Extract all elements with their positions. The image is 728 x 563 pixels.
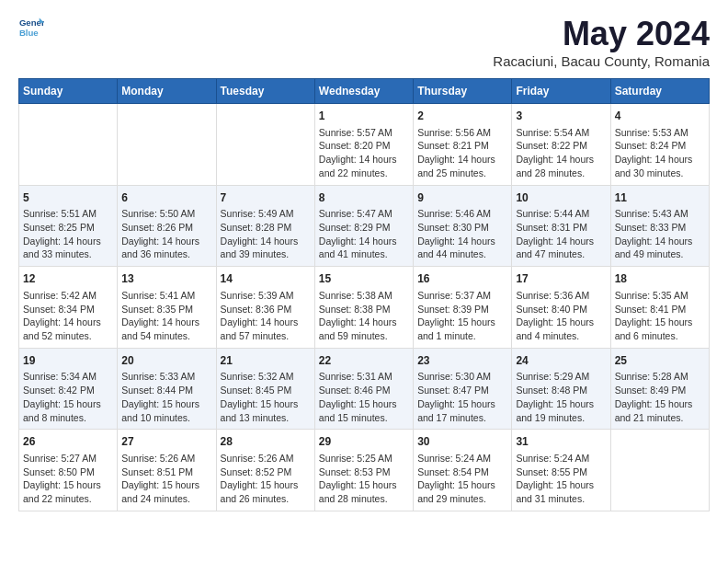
table-row: 13Sunrise: 5:41 AM Sunset: 8:35 PM Dayli…: [118, 267, 216, 349]
day-number: 25: [615, 353, 705, 369]
day-info: Sunrise: 5:26 AM Sunset: 8:52 PM Dayligh…: [221, 452, 311, 506]
day-number: 26: [23, 434, 113, 450]
day-number: 24: [516, 353, 606, 369]
day-info: Sunrise: 5:33 AM Sunset: 8:44 PM Dayligh…: [121, 370, 211, 424]
day-info: Sunrise: 5:43 AM Sunset: 8:33 PM Dayligh…: [615, 207, 705, 261]
header-saturday: Saturday: [610, 79, 709, 104]
day-info: Sunrise: 5:51 AM Sunset: 8:25 PM Dayligh…: [23, 207, 113, 261]
header-sunday: Sunday: [19, 79, 118, 104]
calendar-row: 26Sunrise: 5:27 AM Sunset: 8:50 PM Dayli…: [19, 430, 710, 511]
table-row: 15Sunrise: 5:38 AM Sunset: 8:38 PM Dayli…: [314, 267, 413, 349]
day-info: Sunrise: 5:30 AM Sunset: 8:47 PM Dayligh…: [417, 370, 507, 424]
table-row: 30Sunrise: 5:24 AM Sunset: 8:54 PM Dayli…: [414, 430, 512, 511]
table-row: 17Sunrise: 5:36 AM Sunset: 8:40 PM Dayli…: [512, 267, 610, 349]
day-number: 21: [221, 353, 311, 369]
day-number: 3: [516, 109, 606, 124]
table-row: 19Sunrise: 5:34 AM Sunset: 8:42 PM Dayli…: [19, 348, 118, 430]
day-number: 17: [516, 271, 606, 287]
calendar-row: 19Sunrise: 5:34 AM Sunset: 8:42 PM Dayli…: [19, 348, 710, 430]
day-info: Sunrise: 5:54 AM Sunset: 8:22 PM Dayligh…: [516, 126, 606, 180]
day-info: Sunrise: 5:24 AM Sunset: 8:55 PM Dayligh…: [516, 452, 606, 506]
table-row: 21Sunrise: 5:32 AM Sunset: 8:45 PM Dayli…: [216, 348, 314, 430]
table-row: 10Sunrise: 5:44 AM Sunset: 8:31 PM Dayli…: [512, 185, 610, 267]
day-info: Sunrise: 5:37 AM Sunset: 8:39 PM Dayligh…: [417, 289, 507, 343]
table-row: 5Sunrise: 5:51 AM Sunset: 8:25 PM Daylig…: [19, 185, 118, 267]
day-number: 13: [121, 271, 211, 287]
table-row: 7Sunrise: 5:49 AM Sunset: 8:28 PM Daylig…: [216, 185, 314, 267]
table-row: 9Sunrise: 5:46 AM Sunset: 8:30 PM Daylig…: [414, 185, 512, 267]
day-number: 8: [319, 190, 409, 206]
day-info: Sunrise: 5:57 AM Sunset: 8:20 PM Dayligh…: [319, 126, 409, 180]
calendar-row: 1Sunrise: 5:57 AM Sunset: 8:20 PM Daylig…: [19, 104, 710, 186]
day-number: 28: [221, 434, 311, 450]
day-info: Sunrise: 5:27 AM Sunset: 8:50 PM Dayligh…: [23, 452, 113, 506]
day-number: 31: [516, 434, 606, 450]
table-row: 23Sunrise: 5:30 AM Sunset: 8:47 PM Dayli…: [414, 348, 512, 430]
day-number: 6: [121, 190, 211, 206]
day-info: Sunrise: 5:34 AM Sunset: 8:42 PM Dayligh…: [23, 370, 113, 424]
day-info: Sunrise: 5:29 AM Sunset: 8:48 PM Dayligh…: [516, 370, 606, 424]
table-row: [216, 104, 314, 186]
day-number: 15: [319, 271, 409, 287]
table-row: 14Sunrise: 5:39 AM Sunset: 8:36 PM Dayli…: [216, 267, 314, 349]
table-row: 16Sunrise: 5:37 AM Sunset: 8:39 PM Dayli…: [414, 267, 512, 349]
calendar-title: May 2024: [493, 15, 710, 53]
day-number: 20: [121, 353, 211, 369]
day-info: Sunrise: 5:36 AM Sunset: 8:40 PM Dayligh…: [516, 289, 606, 343]
day-number: 11: [615, 190, 705, 206]
table-row: [610, 430, 709, 511]
day-info: Sunrise: 5:49 AM Sunset: 8:28 PM Dayligh…: [221, 207, 311, 261]
calendar-row: 5Sunrise: 5:51 AM Sunset: 8:25 PM Daylig…: [19, 185, 710, 267]
table-row: 26Sunrise: 5:27 AM Sunset: 8:50 PM Dayli…: [19, 430, 118, 511]
table-row: 12Sunrise: 5:42 AM Sunset: 8:34 PM Dayli…: [19, 267, 118, 349]
day-info: Sunrise: 5:39 AM Sunset: 8:36 PM Dayligh…: [221, 289, 311, 343]
table-row: 4Sunrise: 5:53 AM Sunset: 8:24 PM Daylig…: [610, 104, 709, 186]
table-row: 2Sunrise: 5:56 AM Sunset: 8:21 PM Daylig…: [414, 104, 512, 186]
table-row: 31Sunrise: 5:24 AM Sunset: 8:55 PM Dayli…: [512, 430, 610, 511]
day-info: Sunrise: 5:32 AM Sunset: 8:45 PM Dayligh…: [221, 370, 311, 424]
day-number: 19: [23, 353, 113, 369]
day-info: Sunrise: 5:42 AM Sunset: 8:34 PM Dayligh…: [23, 289, 113, 343]
day-number: 9: [417, 190, 507, 206]
day-number: 30: [417, 434, 507, 450]
day-info: Sunrise: 5:44 AM Sunset: 8:31 PM Dayligh…: [516, 207, 606, 261]
day-info: Sunrise: 5:50 AM Sunset: 8:26 PM Dayligh…: [121, 207, 211, 261]
table-row: 24Sunrise: 5:29 AM Sunset: 8:48 PM Dayli…: [512, 348, 610, 430]
day-number: 10: [516, 190, 606, 206]
day-info: Sunrise: 5:56 AM Sunset: 8:21 PM Dayligh…: [417, 126, 507, 180]
table-row: 20Sunrise: 5:33 AM Sunset: 8:44 PM Dayli…: [118, 348, 216, 430]
day-number: 27: [121, 434, 211, 450]
table-row: 1Sunrise: 5:57 AM Sunset: 8:20 PM Daylig…: [314, 104, 413, 186]
weekday-header-row: Sunday Monday Tuesday Wednesday Thursday…: [19, 79, 710, 104]
logo-icon: General Blue: [18, 15, 44, 40]
day-info: Sunrise: 5:31 AM Sunset: 8:46 PM Dayligh…: [319, 370, 409, 424]
day-number: 29: [319, 434, 409, 450]
table-row: 11Sunrise: 5:43 AM Sunset: 8:33 PM Dayli…: [610, 185, 709, 267]
logo: General Blue: [18, 15, 44, 40]
calendar-row: 12Sunrise: 5:42 AM Sunset: 8:34 PM Dayli…: [19, 267, 710, 349]
table-row: 28Sunrise: 5:26 AM Sunset: 8:52 PM Dayli…: [216, 430, 314, 511]
day-info: Sunrise: 5:28 AM Sunset: 8:49 PM Dayligh…: [615, 370, 705, 424]
day-number: 7: [221, 190, 311, 206]
day-info: Sunrise: 5:26 AM Sunset: 8:51 PM Dayligh…: [121, 452, 211, 506]
day-number: 16: [417, 271, 507, 287]
table-row: 8Sunrise: 5:47 AM Sunset: 8:29 PM Daylig…: [314, 185, 413, 267]
day-number: 1: [319, 109, 409, 124]
table-row: [118, 104, 216, 186]
day-number: 23: [417, 353, 507, 369]
day-number: 12: [23, 271, 113, 287]
day-number: 22: [319, 353, 409, 369]
svg-text:Blue: Blue: [19, 28, 39, 38]
day-info: Sunrise: 5:24 AM Sunset: 8:54 PM Dayligh…: [417, 452, 507, 506]
header-thursday: Thursday: [414, 79, 512, 104]
title-area: May 2024 Racaciuni, Bacau County, Romani…: [493, 15, 710, 69]
header-tuesday: Tuesday: [216, 79, 314, 104]
table-row: 22Sunrise: 5:31 AM Sunset: 8:46 PM Dayli…: [314, 348, 413, 430]
day-info: Sunrise: 5:46 AM Sunset: 8:30 PM Dayligh…: [417, 207, 507, 261]
day-info: Sunrise: 5:38 AM Sunset: 8:38 PM Dayligh…: [319, 289, 409, 343]
day-info: Sunrise: 5:35 AM Sunset: 8:41 PM Dayligh…: [615, 289, 705, 343]
day-info: Sunrise: 5:25 AM Sunset: 8:53 PM Dayligh…: [319, 452, 409, 506]
day-info: Sunrise: 5:41 AM Sunset: 8:35 PM Dayligh…: [121, 289, 211, 343]
table-row: 27Sunrise: 5:26 AM Sunset: 8:51 PM Dayli…: [118, 430, 216, 511]
header-wednesday: Wednesday: [314, 79, 413, 104]
